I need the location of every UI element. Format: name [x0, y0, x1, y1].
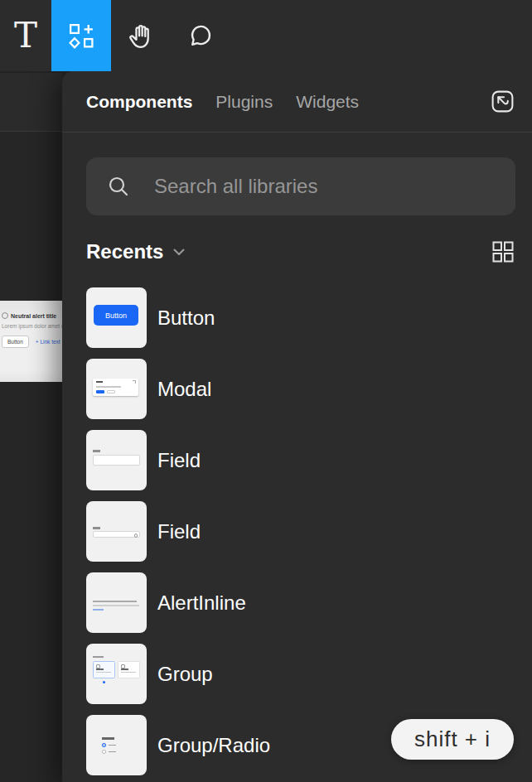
list-item-field[interactable]: Field [86, 430, 532, 490]
text-tool-button[interactable]: T [0, 0, 51, 71]
component-thumbnail [86, 644, 147, 704]
tab-plugins[interactable]: Plugins [215, 92, 273, 112]
canvas-frame-edge [0, 71, 62, 132]
text-tool-icon: T [14, 18, 37, 53]
component-name: AlertInline [157, 591, 246, 615]
figma-app-window: T Neutral alert title [0, 0, 532, 782]
recents-section-dropdown[interactable]: Recents [86, 240, 186, 263]
thumb-field-preview [86, 430, 147, 490]
chevron-down-icon [172, 248, 186, 257]
component-name: Field [157, 520, 201, 543]
component-name: Group/Radio [157, 734, 270, 757]
component-thumbnail [86, 430, 147, 490]
component-name: Button [157, 307, 215, 330]
component-thumbnail [86, 572, 147, 633]
component-name: Modal [157, 378, 211, 401]
info-icon [2, 312, 8, 319]
recents-header: Recents [86, 241, 514, 263]
thumb-group-preview [86, 644, 147, 704]
dock-arrow-icon [490, 89, 515, 114]
list-item-group[interactable]: Group [86, 644, 532, 704]
tab-components[interactable]: Components [86, 92, 192, 112]
thumb-field-preview [86, 501, 147, 562]
assets-tool-button[interactable] [51, 0, 111, 71]
grid-view-button[interactable] [492, 241, 514, 263]
alert-body-text: Lorem ipsum dolor amet consec [2, 323, 62, 329]
thumb-modal-preview [93, 379, 138, 396]
tab-widgets[interactable]: Widgets [296, 92, 359, 112]
list-item-modal[interactable]: Modal [86, 359, 532, 419]
component-name: Field [157, 449, 201, 472]
recents-title: Recents [86, 240, 163, 263]
assets-icon [67, 22, 96, 51]
shortcut-hint-pill: shift + i [391, 719, 514, 760]
hand-tool-button[interactable] [111, 0, 171, 71]
panel-tabs-row: Components Plugins Widgets [62, 71, 532, 133]
alert-button: Button [2, 335, 29, 348]
list-item-button[interactable]: Button Button [86, 287, 532, 348]
alert-title: Neutral alert title [11, 313, 56, 319]
recents-list: Button Button Modal Field Field AlertInl… [86, 287, 532, 775]
insert-panel: Components Plugins Widgets Recents [62, 71, 532, 782]
canvas-area[interactable]: Neutral alert title Lorem ipsum dolor am… [0, 71, 62, 782]
hand-icon [126, 21, 157, 51]
search-icon [106, 174, 131, 199]
list-item-alertinline[interactable]: AlertInline [86, 572, 532, 633]
thumb-radio-preview [86, 715, 147, 775]
comment-tool-button[interactable] [171, 0, 230, 71]
thumb-button-preview: Button [94, 305, 138, 326]
component-name: Group [157, 663, 213, 686]
component-thumbnail [86, 501, 147, 562]
thumb-alert-preview [86, 572, 147, 633]
search-input[interactable] [152, 174, 496, 199]
dock-panel-button[interactable] [490, 89, 515, 114]
shortcut-hint-text: shift + i [414, 726, 491, 752]
toolbar: T [0, 0, 532, 71]
alert-link: + Link text [36, 339, 60, 345]
search-bar[interactable] [86, 157, 515, 215]
component-thumbnail [86, 359, 147, 419]
component-thumbnail [86, 715, 147, 775]
grid-view-icon [492, 241, 514, 263]
list-item-field[interactable]: Field [86, 501, 532, 562]
canvas-alert-component[interactable]: Neutral alert title Lorem ipsum dolor am… [0, 301, 62, 382]
comment-icon [186, 22, 215, 51]
component-thumbnail: Button [86, 287, 147, 348]
